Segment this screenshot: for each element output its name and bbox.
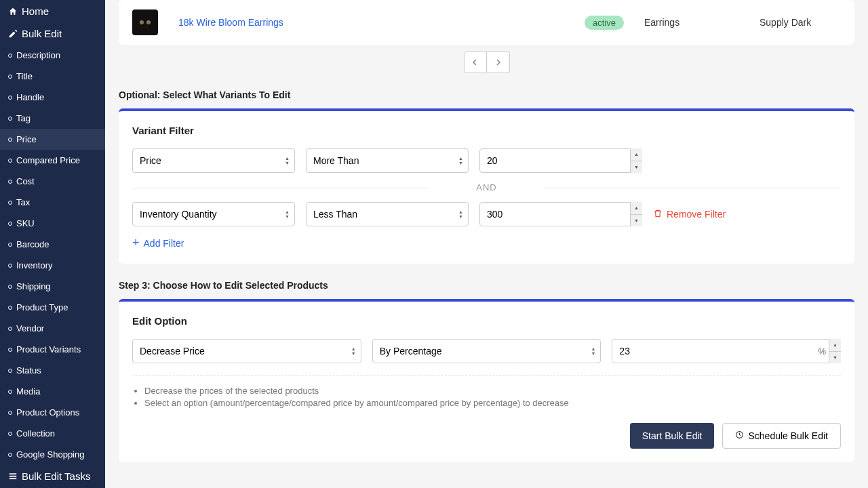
remove-filter-label: Remove Filter — [667, 209, 726, 220]
sidebar-item-description[interactable]: Description — [0, 45, 105, 66]
sidebar-item-sku[interactable]: SKU — [0, 213, 105, 234]
schedule-label: Schedule Bulk Edit — [748, 430, 828, 441]
variant-filter-heading: Variant Filter — [132, 125, 841, 136]
sidebar-item-title[interactable]: Title — [0, 66, 105, 87]
sidebar-item-shipping[interactable]: Shipping — [0, 276, 105, 297]
sidebar-item-product-variants[interactable]: Product Variants — [0, 339, 105, 360]
filter-value-input-0[interactable] — [479, 148, 642, 173]
sidebar-home[interactable]: Home — [0, 0, 105, 22]
sidebar-item-collection[interactable]: Collection — [0, 423, 105, 444]
edit-action-select[interactable]: Decrease Price — [132, 339, 361, 363]
sidebar-item-label: Media — [16, 386, 40, 396]
sidebar-item-product-options[interactable]: Product Options — [0, 402, 105, 423]
sidebar-item-label: Compared Price — [16, 155, 80, 165]
sidebar-item-label: Title — [16, 71, 33, 81]
main-content: 18k Wire Bloom Earrings active Earrings … — [105, 0, 868, 488]
bullet-icon — [8, 285, 12, 289]
sidebar-item-label: Collection — [16, 428, 55, 439]
bullet-icon — [8, 264, 12, 268]
action-buttons: Start Bulk Edit Schedule Bulk Edit — [132, 423, 841, 449]
filter-field-select-1[interactable]: Inventory Quantity — [132, 202, 295, 226]
bullet-icon — [8, 96, 12, 100]
sidebar-item-label: Product Variants — [16, 344, 81, 354]
filter-op-select-1[interactable]: Less Than — [306, 202, 469, 226]
spin-up[interactable]: ▲ — [631, 148, 642, 161]
product-vendor: Supply Dark — [760, 17, 841, 28]
product-category: Earrings — [644, 17, 739, 28]
bullet-icon — [8, 348, 12, 352]
sidebar-item-label: Handle — [16, 92, 44, 102]
step3-title: Step 3: Choose How to Edit Selected Prod… — [119, 280, 854, 291]
plus-icon: + — [132, 236, 140, 250]
sidebar-item-label: Google Shopping — [16, 449, 84, 460]
svg-rect-1 — [9, 475, 17, 476]
sidebar-item-label: Product Options — [16, 407, 79, 418]
sidebar-item-label: Price — [16, 134, 37, 144]
add-filter-button[interactable]: + Add Filter — [132, 236, 841, 250]
sidebar-item-tax[interactable]: Tax — [0, 192, 105, 213]
sidebar-item-label: Inventory — [16, 260, 52, 270]
spin-down[interactable]: ▼ — [631, 215, 642, 227]
sidebar-bulk-edit-label: Bulk Edit — [22, 28, 62, 39]
hint-item: Select an option (amount/percentage/comp… — [144, 398, 841, 408]
sidebar-tasks-label: Bulk Edit Tasks — [22, 470, 90, 482]
variant-section-title: Optional: Select What Variants To Edit — [119, 89, 854, 100]
sidebar-item-google-shopping[interactable]: Google Shopping — [0, 444, 105, 465]
remove-filter-button[interactable]: Remove Filter — [653, 209, 726, 220]
sidebar-item-product-type[interactable]: Product Type — [0, 297, 105, 318]
sidebar-tasks[interactable]: Bulk Edit Tasks — [0, 465, 105, 487]
edit-mode-select[interactable]: By Percentage — [372, 339, 601, 363]
sidebar-item-label: Tag — [16, 113, 31, 123]
variant-filter-card: Variant Filter Price ▲▼ More Than ▲▼ ▲▼ … — [119, 108, 854, 264]
sidebar-item-vendor[interactable]: Vendor — [0, 318, 105, 339]
tasks-icon — [8, 472, 18, 481]
sidebar: Home Bulk Edit DescriptionTitleHandleTag… — [0, 0, 105, 488]
add-filter-label: Add Filter — [144, 238, 184, 249]
page-prev-button[interactable] — [464, 52, 487, 73]
product-name-link[interactable]: 18k Wire Bloom Earrings — [178, 17, 564, 28]
sidebar-item-compared-price[interactable]: Compared Price — [0, 150, 105, 171]
sidebar-item-label: Vendor — [16, 323, 44, 333]
filter-row-1: Inventory Quantity ▲▼ Less Than ▲▼ ▲▼ Re… — [132, 202, 841, 226]
page-next-button[interactable] — [487, 52, 510, 73]
product-thumbnail — [132, 9, 158, 35]
edit-value-input[interactable] — [612, 339, 841, 363]
hints-list: Decrease the prices of the selected prod… — [132, 386, 841, 408]
spin-up[interactable]: ▲ — [829, 339, 841, 352]
bullet-icon — [8, 411, 12, 415]
sidebar-item-inventory[interactable]: Inventory — [0, 255, 105, 276]
sidebar-item-label: Shipping — [16, 281, 51, 291]
sidebar-item-price[interactable]: Price — [0, 129, 105, 150]
sidebar-item-cost[interactable]: Cost — [0, 171, 105, 192]
sidebar-bulk-edit[interactable]: Bulk Edit — [0, 22, 105, 45]
sidebar-item-barcode[interactable]: Barcode — [0, 234, 105, 255]
schedule-bulk-edit-button[interactable]: Schedule Bulk Edit — [722, 423, 841, 449]
divider — [132, 375, 841, 376]
start-bulk-edit-button[interactable]: Start Bulk Edit — [630, 423, 715, 449]
bullet-icon — [8, 201, 12, 205]
bullet-icon — [8, 453, 12, 457]
sidebar-item-tag[interactable]: Tag — [0, 108, 105, 129]
sidebar-item-status[interactable]: Status — [0, 360, 105, 381]
hint-item: Decrease the prices of the selected prod… — [144, 386, 841, 396]
svg-rect-2 — [9, 478, 17, 479]
bullet-icon — [8, 117, 12, 121]
filter-op-select-0[interactable]: More Than — [306, 148, 469, 173]
filter-field-select-0[interactable]: Price — [132, 148, 295, 173]
bullet-icon — [8, 432, 12, 436]
bullet-icon — [8, 75, 12, 79]
sidebar-item-media[interactable]: Media — [0, 381, 105, 402]
pagination — [119, 52, 854, 73]
spin-down[interactable]: ▼ — [829, 352, 841, 364]
and-separator: AND — [132, 182, 841, 192]
product-row: 18k Wire Bloom Earrings active Earrings … — [119, 0, 854, 45]
filter-row-0: Price ▲▼ More Than ▲▼ ▲▼ — [132, 148, 841, 173]
home-icon — [8, 7, 18, 16]
spin-down[interactable]: ▼ — [631, 161, 642, 174]
sidebar-item-handle[interactable]: Handle — [0, 87, 105, 108]
bullet-icon — [8, 369, 12, 373]
sidebar-item-label: SKU — [16, 218, 35, 228]
sidebar-item-label: Description — [16, 50, 60, 60]
spin-up[interactable]: ▲ — [631, 202, 642, 215]
filter-value-input-1[interactable] — [479, 202, 642, 226]
